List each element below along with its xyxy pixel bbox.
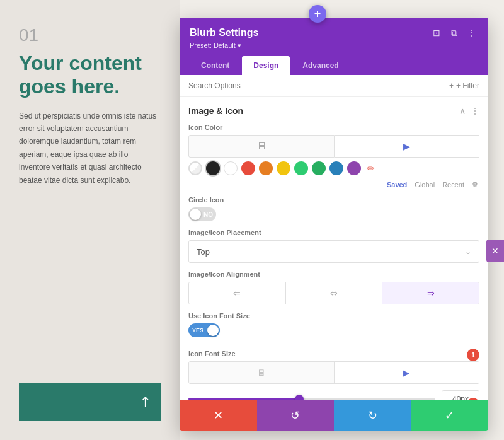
close-panel-button[interactable]: ✕ (486, 240, 504, 262)
redo-icon: ↻ (368, 408, 377, 422)
add-module-button[interactable]: + (309, 5, 326, 23)
preview-cta-button[interactable]: ↗ (19, 383, 161, 421)
slider-fill (188, 398, 299, 400)
section-collapse-icon[interactable]: ∧ (459, 106, 466, 116)
icon-color-field: Icon Color 🖥 ▶ (188, 124, 479, 188)
align-right-button[interactable]: ⇒ (382, 282, 479, 304)
align-right-icon: ⇒ (427, 288, 435, 298)
alignment-label: Image/Icon Alignment (188, 270, 479, 278)
section-header: Image & Icon ∧ ⋮ (188, 106, 479, 116)
icon-font-size-section: Icon Font Size 🖥 ▶ 1 (180, 345, 488, 384)
settings-panel: Blurb Settings ⊡ ⧉ ⋮ Preset: Default ▾ C… (180, 18, 488, 431)
toggle-no-label: NO (203, 211, 213, 218)
undo-button[interactable]: ↺ (257, 400, 335, 431)
swatch-white[interactable] (224, 161, 238, 175)
use-icon-font-size-toggle[interactable]: YES (188, 323, 220, 337)
saved-tab[interactable]: Saved (387, 181, 407, 188)
cancel-icon: ✕ (214, 408, 223, 422)
icon-font-size-label: Icon Font Size (188, 350, 479, 357)
font-size-desktop-icon: 🖥 (257, 368, 266, 378)
cursor-icon: ▶ (403, 141, 410, 151)
global-tab[interactable]: Global (415, 181, 435, 188)
placement-value: Top (197, 247, 210, 257)
tab-design[interactable]: Design (242, 56, 290, 75)
redo-button[interactable]: ↻ (334, 400, 411, 431)
undo-icon: ↺ (290, 408, 300, 422)
bottom-toolbar: ✕ ↺ ↻ ✓ (180, 400, 488, 431)
circle-icon-label: Circle Icon (188, 196, 479, 204)
swatch-orange[interactable] (259, 161, 273, 175)
color-pencil-icon[interactable]: ✏ (367, 163, 375, 173)
confirm-icon: ✓ (445, 408, 454, 422)
toggle-yes-knob (207, 325, 219, 336)
toggle-knob (190, 209, 201, 220)
slider-value: 40px (452, 395, 469, 400)
panel-icon-responsive[interactable]: ⊡ (430, 26, 443, 39)
swatches-gear-icon[interactable]: ⚙ (472, 180, 478, 188)
filter-plus-icon: + (449, 81, 454, 90)
swatch-yellow[interactable] (277, 161, 290, 175)
panel-tabs: Content Design Advanced (190, 56, 478, 75)
search-input[interactable] (188, 81, 449, 90)
font-size-desktop-btn[interactable]: 🖥 (189, 362, 335, 383)
placement-field: Image/Icon Placement Top ⌄ (188, 229, 479, 263)
slider-thumb[interactable] (295, 395, 304, 400)
panel-icon-columns[interactable]: ⧉ (448, 26, 461, 39)
swatches-meta: Saved Global Recent ⚙ (188, 180, 479, 188)
swatch-green[interactable] (312, 161, 326, 175)
swatch-light-green[interactable] (294, 161, 308, 175)
panel-header-icons: ⊡ ⧉ ⋮ (430, 26, 478, 39)
align-left-button[interactable]: ⇐ (189, 282, 286, 304)
alignment-buttons: ⇐ ⇔ ⇒ (188, 282, 479, 304)
panel-preset[interactable]: Preset: Default ▾ (190, 42, 478, 50)
toggle-yes-label: YES (192, 327, 203, 333)
preview-heading: Your content goes here. (19, 52, 161, 98)
icon-color-label: Icon Color (188, 124, 479, 131)
placement-label: Image/Icon Placement (188, 229, 479, 236)
font-size-cursor-btn[interactable]: ▶ (335, 362, 479, 383)
desktop-icon: 🖥 (256, 141, 266, 152)
swatch-transparent[interactable] (188, 161, 202, 175)
cancel-button[interactable]: ✕ (180, 400, 257, 431)
swatch-blue[interactable] (329, 161, 343, 175)
preview-number: 01 (19, 25, 161, 45)
align-left-icon: ⇐ (233, 288, 241, 298)
align-center-icon: ⇔ (330, 288, 338, 298)
preview-cta-arrow: ↗ (135, 392, 154, 412)
search-bar: + + Filter (180, 75, 488, 97)
slider-track[interactable] (188, 398, 435, 400)
preview-text: Sed ut perspiciatis unde omnis iste natu… (19, 110, 161, 187)
swatch-red[interactable] (241, 161, 255, 175)
icon-font-size-device-row: 🖥 ▶ (188, 361, 479, 384)
align-center-button[interactable]: ⇔ (286, 282, 383, 304)
panel-header: Blurb Settings ⊡ ⧉ ⋮ Preset: Default ▾ C… (180, 18, 488, 75)
panel-title: Blurb Settings (190, 27, 258, 38)
icon-color-cursor-btn[interactable]: ▶ (335, 135, 480, 158)
section-header-icons: ∧ ⋮ (459, 106, 479, 116)
tab-advanced[interactable]: Advanced (291, 56, 350, 75)
alignment-field: Image/Icon Alignment ⇐ ⇔ ⇒ (188, 270, 479, 304)
slider-section: 40px 2 (180, 384, 488, 400)
circle-icon-toggle[interactable]: NO (188, 207, 216, 221)
panel-body: + + Filter Image & Icon ∧ ⋮ Icon Color 🖥 (180, 75, 488, 400)
use-icon-font-size-label: Use Icon Font Size (188, 312, 479, 320)
swatch-purple[interactable] (347, 161, 361, 175)
slider-row: 40px (188, 390, 479, 400)
badge-1: 1 (467, 349, 479, 361)
preview-area: 01 Your content goes here. Sed ut perspi… (0, 0, 180, 440)
placement-dropdown[interactable]: Top ⌄ (188, 240, 479, 263)
dropdown-chevron-icon: ⌄ (465, 247, 471, 256)
color-swatches: ✏ (188, 161, 479, 175)
confirm-button[interactable]: ✓ (411, 400, 489, 431)
use-icon-font-size-field: Use Icon Font Size YES (188, 312, 479, 337)
swatch-black[interactable] (206, 161, 220, 175)
section-more-icon[interactable]: ⋮ (471, 106, 479, 116)
tab-content[interactable]: Content (190, 56, 241, 75)
section-title: Image & Icon (188, 106, 243, 116)
icon-color-desktop-btn[interactable]: 🖥 (188, 135, 335, 158)
filter-button[interactable]: + + Filter (449, 81, 479, 90)
font-size-cursor-icon: ▶ (403, 368, 410, 378)
panel-icon-more[interactable]: ⋮ (466, 26, 478, 39)
image-icon-section: Image & Icon ∧ ⋮ Icon Color 🖥 ▶ (180, 97, 488, 337)
recent-tab[interactable]: Recent (442, 181, 464, 188)
